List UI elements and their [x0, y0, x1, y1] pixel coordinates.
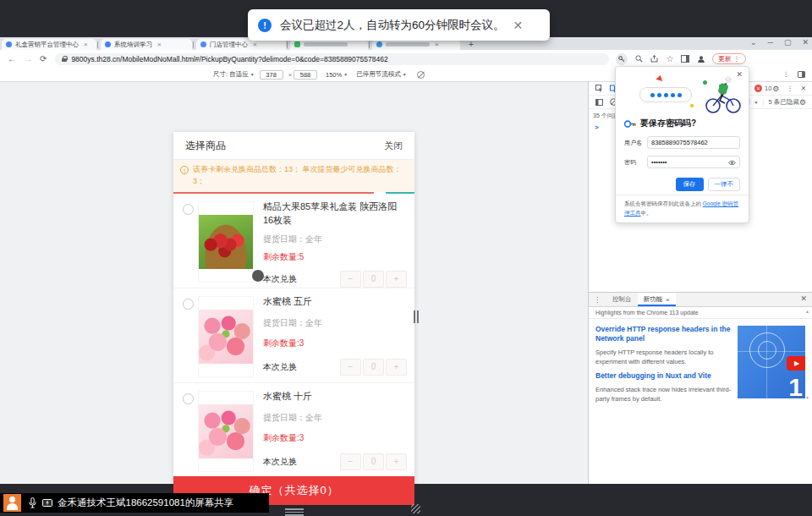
device-size-label[interactable]: 尺寸: 自适应: [213, 70, 249, 79]
devtools-settings-icon[interactable]: ⚙: [772, 85, 779, 93]
zoom-icon[interactable]: [635, 55, 643, 63]
console-settings-icon[interactable]: ⚙: [799, 98, 806, 107]
version-number: 1: [788, 373, 803, 398]
product-title: 精品大果85苹果礼盒装 陕西洛阳16枚装: [263, 200, 407, 228]
tab-divider: [97, 41, 98, 48]
product-image: [198, 201, 254, 283]
chrome-update-thumbnail[interactable]: 1 ▶: [738, 326, 805, 398]
plus-button[interactable]: +: [386, 359, 407, 376]
forward-icon[interactable]: →: [24, 54, 32, 63]
dialog-title: 选择商品: [185, 139, 226, 153]
profile-avatar-icon[interactable]: [697, 55, 705, 63]
minus-button[interactable]: −: [340, 453, 361, 470]
radio-button[interactable]: [183, 393, 194, 404]
error-x-icon: ×: [754, 85, 762, 92]
devtools-more-icon[interactable]: ⋮: [787, 85, 793, 92]
new-tab-button[interactable]: +: [469, 40, 474, 49]
google-key-icon: [624, 120, 636, 128]
quantity-value[interactable]: 0: [363, 271, 384, 288]
window-controls: ⌄ ─ ▢ ✕: [750, 38, 809, 47]
whats-new-paragraph: Enhanced stack trace now hides irrelevan…: [595, 385, 738, 403]
whats-new-heading-link[interactable]: Override HTTP response headers in the Ne…: [595, 325, 738, 344]
tab-training[interactable]: 系统培训学习 ×: [101, 39, 192, 50]
username-field[interactable]: 8385889075578462: [647, 136, 740, 149]
tab-favicon: [376, 41, 382, 47]
tab-close-icon[interactable]: ×: [84, 41, 88, 48]
console-sidebar-icon[interactable]: [595, 99, 603, 106]
product-image: [198, 391, 254, 472]
console-filter-fragment: 别 ▼ | 5 条已隐藏: [743, 98, 799, 107]
save-button[interactable]: 保存: [676, 178, 704, 191]
sheet-drag-handle[interactable]: [285, 508, 304, 515]
chrome-update-button[interactable]: 更新 ⋮: [712, 53, 746, 64]
whats-new-paragraph: Specify HTTP response headers locally to…: [595, 348, 738, 367]
scroll-up-icon[interactable]: ▲: [805, 309, 809, 314]
whats-new-body: Override HTTP response headers in the Ne…: [589, 319, 812, 403]
tab-close-icon[interactable]: ×: [666, 296, 670, 304]
tab-close-icon[interactable]: ×: [157, 41, 162, 48]
whats-new-heading-link[interactable]: Better debugging in Nuxt and Vite: [595, 371, 738, 381]
throttle-select[interactable]: 已停用节流模式: [356, 70, 401, 79]
cyclist-illustration: [703, 75, 742, 114]
radio-button[interactable]: [183, 299, 194, 310]
radio-button[interactable]: [183, 204, 194, 215]
window-maximize-icon[interactable]: ▢: [784, 38, 792, 47]
toast-close-icon[interactable]: ✕: [513, 19, 524, 32]
inspect-element-icon[interactable]: [595, 85, 603, 92]
more-options-icon[interactable]: ⋮: [783, 70, 790, 78]
address-bar[interactable]: 9800ys.th28.cn/MobileModNoMall.html#/Pic…: [55, 53, 609, 65]
remain-value: 5: [299, 252, 304, 261]
plus-button[interactable]: +: [386, 453, 407, 470]
devicebar-right-icons: ⋮: [783, 70, 806, 78]
viewport-resize-corner[interactable]: [411, 504, 420, 513]
window-close-icon[interactable]: ✕: [802, 38, 809, 47]
tab-close-icon[interactable]: ×: [435, 41, 439, 48]
window-minimize-icon[interactable]: ─: [768, 38, 773, 47]
drawer-close-icon[interactable]: ✕: [800, 294, 807, 303]
minus-button[interactable]: −: [340, 271, 361, 288]
hidden-messages-label[interactable]: 5 条已隐藏: [768, 98, 798, 107]
tab-console[interactable]: 控制台: [606, 293, 638, 306]
never-button[interactable]: 一律不: [708, 178, 741, 191]
product-image: [198, 296, 254, 377]
tab-gift-platform[interactable]: 礼盒营销平台管理中心 ×: [2, 39, 96, 50]
microphone-icon[interactable]: [29, 497, 36, 508]
rotate-device-icon[interactable]: [417, 71, 425, 79]
console-error-badge[interactable]: × 10: [754, 85, 771, 92]
update-more-icon: ⋮: [733, 55, 740, 63]
bookmark-star-icon[interactable]: ☆: [666, 54, 673, 63]
devtools-close-icon[interactable]: ✕: [801, 85, 806, 92]
tab-close-icon[interactable]: ×: [253, 41, 257, 48]
back-icon[interactable]: ←: [8, 54, 16, 63]
screen-share-bar: 金禾通技术王斌18662591081的屏幕共享: [0, 493, 269, 513]
peach-photo: [199, 404, 253, 458]
url-text[interactable]: 9800ys.th28.cn/MobileModNoMall.html#/Pic…: [71, 55, 387, 63]
viewport-resize-handle-right[interactable]: [414, 310, 419, 323]
pickup-date-value: 全年: [305, 234, 322, 244]
device-zoom-select[interactable]: 150%: [326, 71, 342, 79]
share-icon[interactable]: [650, 55, 658, 63]
device-height-input[interactable]: 588: [294, 70, 317, 80]
youtube-play-icon[interactable]: ▶: [787, 356, 805, 371]
scroll-down-icon[interactable]: ▼: [805, 395, 809, 400]
window-menu-icon[interactable]: ⌄: [750, 38, 757, 47]
password-key-icon[interactable]: [616, 53, 628, 65]
password-masked-value: •••••••: [651, 158, 667, 166]
tab-title: 礼盒营销平台管理中心: [15, 41, 79, 49]
plus-button[interactable]: +: [386, 271, 407, 288]
tab-title-obscured: [304, 42, 348, 47]
minus-button[interactable]: −: [340, 359, 361, 376]
tab-whats-new[interactable]: 新功能 ×: [638, 293, 676, 306]
device-width-input[interactable]: 378: [260, 70, 283, 80]
password-field[interactable]: •••••••: [647, 156, 740, 168]
reload-icon[interactable]: ⟳: [40, 54, 47, 63]
presenter-avatar: [3, 494, 21, 512]
drawer-more-icon[interactable]: ⋮: [594, 296, 601, 304]
dialog-close-button[interactable]: 关闭: [384, 140, 403, 152]
dock-side-icon[interactable]: [798, 71, 805, 78]
quantity-value[interactable]: 0: [363, 453, 384, 470]
quantity-value[interactable]: 0: [363, 359, 384, 376]
footer-text: 系统会将密码保存到此设备上的: [624, 200, 703, 206]
show-password-eye-icon[interactable]: [728, 160, 736, 166]
side-panel-icon[interactable]: [681, 55, 689, 63]
